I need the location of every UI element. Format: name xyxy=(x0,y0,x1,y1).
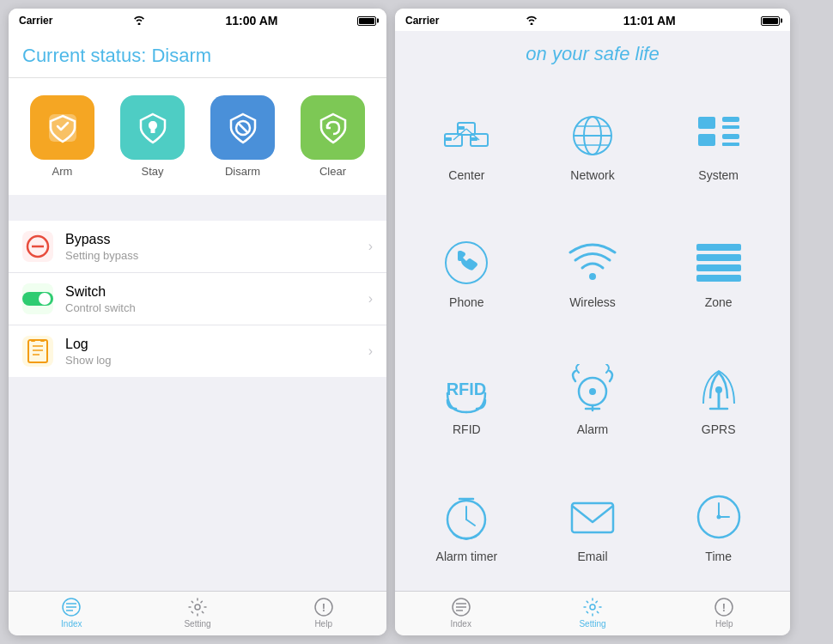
svg-rect-11 xyxy=(31,339,35,342)
current-status-section: Current status: Disarm xyxy=(9,31,386,78)
tab-setting-label-right: Setting xyxy=(579,619,605,629)
grid-item-network[interactable]: Network xyxy=(530,82,656,210)
tab-bar-left: Index Setting ! Help xyxy=(9,591,386,635)
svg-rect-12 xyxy=(40,339,45,342)
tab-help-left[interactable]: ! Help xyxy=(260,597,386,629)
battery-left xyxy=(357,16,376,26)
svg-point-50 xyxy=(715,386,722,393)
svg-line-2 xyxy=(238,123,248,133)
tab-index-right[interactable]: Index xyxy=(395,597,526,629)
bypass-text: Bypass Setting bypass xyxy=(65,232,368,262)
disarm-label: Disarm xyxy=(225,165,260,178)
time-right: 11:01 AM xyxy=(623,14,676,27)
switch-title: Switch xyxy=(65,284,368,300)
tab-bar-right: Index Setting ! Help xyxy=(395,591,790,635)
grid-item-system[interactable]: System xyxy=(655,82,781,210)
network-label: Network xyxy=(570,168,614,182)
wireless-icon xyxy=(567,237,618,289)
tab-index-left[interactable]: Index xyxy=(9,597,135,629)
email-label: Email xyxy=(577,550,607,563)
stay-label: Stay xyxy=(141,165,163,178)
svg-rect-35 xyxy=(722,125,739,129)
svg-rect-38 xyxy=(722,143,739,146)
gprs-icon xyxy=(693,364,745,416)
stay-button[interactable]: Stay xyxy=(120,95,185,178)
stay-icon-bg xyxy=(120,95,185,160)
tab-index-label-left: Index xyxy=(61,619,82,629)
bypass-title: Bypass xyxy=(65,232,368,247)
grid-item-wireless[interactable]: Wireless xyxy=(530,210,656,337)
svg-text:!: ! xyxy=(322,601,325,614)
arm-label: Arm xyxy=(52,165,73,178)
menu-item-switch[interactable]: Switch Control switch › xyxy=(9,273,386,325)
grid-item-alarm[interactable]: Alarm xyxy=(530,337,656,464)
alarm-label: Alarm xyxy=(577,422,609,436)
svg-text:!: ! xyxy=(722,601,726,614)
menu-item-bypass[interactable]: Bypass Setting bypass › xyxy=(9,221,386,273)
tab-setting-left[interactable]: Setting xyxy=(135,597,261,629)
svg-rect-21 xyxy=(445,137,452,141)
left-phone: Carrier 11:00 AM Current status: Disarm xyxy=(9,9,386,635)
zone-icon xyxy=(693,237,745,289)
svg-rect-43 xyxy=(696,264,741,271)
disarm-icon-bg xyxy=(210,95,275,160)
wifi-icon-right xyxy=(525,15,538,27)
grid-item-rfid[interactable]: RFID RFID xyxy=(404,337,530,464)
grid-item-phone[interactable]: Phone xyxy=(404,210,530,337)
tab-setting-label-left: Setting xyxy=(184,619,210,629)
system-label: System xyxy=(698,168,739,182)
switch-chevron: › xyxy=(368,291,373,307)
svg-rect-44 xyxy=(696,275,741,282)
bypass-subtitle: Setting bypass xyxy=(65,249,368,262)
tab-help-right[interactable]: ! Help xyxy=(659,597,790,629)
svg-rect-42 xyxy=(696,254,741,261)
svg-rect-56 xyxy=(572,503,613,532)
arm-button[interactable]: Arm xyxy=(30,95,94,178)
action-buttons-section: Arm Stay xyxy=(9,78,386,195)
switch-text: Switch Control switch xyxy=(65,284,368,314)
tab-setting-right[interactable]: Setting xyxy=(526,597,658,629)
svg-rect-33 xyxy=(698,117,715,129)
svg-rect-25 xyxy=(458,126,465,130)
wifi-icon-left xyxy=(132,15,146,27)
svg-rect-37 xyxy=(722,134,739,139)
carrier-left: Carrier xyxy=(19,15,52,27)
zone-label: Zone xyxy=(705,295,733,309)
grid-item-gprs[interactable]: GPRS xyxy=(655,337,781,464)
alarm-timer-label: Alarm timer xyxy=(436,550,498,563)
right-phone: Carrier 11:01 AM on your safe life xyxy=(395,9,790,635)
svg-point-47 xyxy=(589,388,596,395)
network-icon xyxy=(567,110,618,161)
svg-point-17 xyxy=(195,605,200,610)
log-chevron: › xyxy=(368,343,373,359)
rfid-icon: RFID xyxy=(441,364,492,416)
clear-button[interactable]: Clear xyxy=(301,95,365,178)
tab-index-label-right: Index xyxy=(450,619,471,629)
email-icon xyxy=(567,491,618,543)
rfid-label: RFID xyxy=(453,422,481,436)
wireless-label: Wireless xyxy=(569,295,616,309)
grid-item-center[interactable]: Center xyxy=(404,82,530,210)
bypass-chevron: › xyxy=(368,239,373,254)
bypass-icon xyxy=(22,231,53,262)
current-status-text: Current status: Disarm xyxy=(22,45,211,66)
grid-item-email[interactable]: Email xyxy=(530,464,656,591)
phone-label: Phone xyxy=(449,295,483,309)
left-main-content: Current status: Disarm Arm xyxy=(9,31,386,591)
disarm-button[interactable]: Disarm xyxy=(210,95,275,178)
status-bar-right: Carrier 11:01 AM xyxy=(395,9,790,31)
grid-item-alarm-timer[interactable]: Alarm timer xyxy=(404,464,530,591)
menu-list: Bypass Setting bypass › Switch Control s… xyxy=(9,221,386,377)
svg-point-60 xyxy=(716,515,721,519)
phone-icon xyxy=(441,237,492,289)
menu-item-log[interactable]: Log Show log › xyxy=(9,325,386,377)
alarm-icon xyxy=(567,364,618,416)
svg-rect-34 xyxy=(722,117,739,122)
svg-point-65 xyxy=(590,605,595,610)
tab-help-label-left: Help xyxy=(314,619,332,629)
log-icon xyxy=(22,336,53,367)
status-bar-left: Carrier 11:00 AM xyxy=(9,9,386,31)
grid-item-zone[interactable]: Zone xyxy=(655,210,781,337)
svg-rect-7 xyxy=(28,340,47,362)
grid-item-time[interactable]: Time xyxy=(655,464,781,591)
